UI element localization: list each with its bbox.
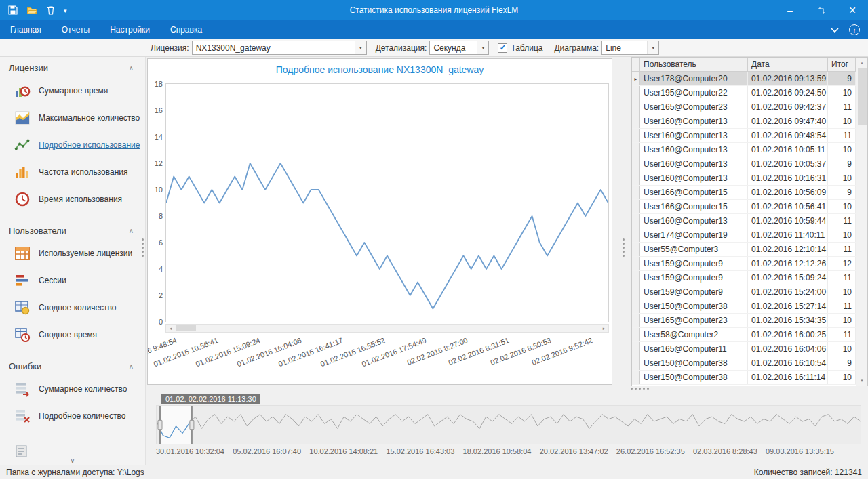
table-row[interactable]: User160@Computer1301.02.2016 10:05:1110: [632, 143, 856, 157]
help-icon[interactable]: i: [849, 24, 860, 35]
table-row[interactable]: User159@Computer901.02.2016 15:09:2411: [632, 271, 856, 285]
cell-date: 01.02.2016 12:10:14: [748, 243, 828, 256]
vertical-splitter[interactable]: [620, 238, 626, 257]
menu-item-4[interactable]: Справка: [160, 20, 212, 39]
table-row[interactable]: User160@Computer1301.02.2016 10:59:4411: [632, 214, 856, 228]
close-button[interactable]: ✕: [837, 0, 868, 20]
cell-total: 10: [828, 171, 856, 185]
table-row[interactable]: User58@Computer201.02.2016 16:00:2511: [632, 328, 856, 342]
scrollbar-thumb[interactable]: [858, 68, 867, 125]
grid-vertical-scrollbar[interactable]: ▴ ▾: [856, 58, 867, 386]
column-header-val[interactable]: Итог: [828, 58, 856, 71]
table-row[interactable]: User165@Computer2301.02.2016 15:34:3510: [632, 314, 856, 328]
menu-item-1[interactable]: Главная: [0, 20, 52, 39]
table-row[interactable]: User160@Computer1301.02.2016 09:48:5411: [632, 129, 856, 143]
row-indicator: [632, 186, 640, 199]
column-header-user[interactable]: Пользователь: [640, 58, 748, 71]
table-row[interactable]: User160@Computer1301.02.2016 10:16:3110: [632, 171, 856, 186]
chevron-down-icon[interactable]: ▾: [477, 41, 488, 54]
summary-time-icon: [14, 327, 31, 343]
save-icon[interactable]: [7, 4, 19, 16]
scroll-left-icon[interactable]: ◂: [166, 326, 175, 331]
collapse-section-icon[interactable]: ∧: [129, 227, 134, 234]
table-row[interactable]: User159@Computer901.02.2016 15:24:0010: [632, 285, 856, 299]
sidebar-item[interactable]: Максимальное количество: [0, 104, 145, 131]
table-row[interactable]: User159@Computer901.02.2016 12:12:2612: [632, 257, 856, 271]
line-chart-plot[interactable]: [165, 83, 609, 322]
usage-time-icon: [14, 191, 31, 207]
table-row[interactable]: User150@Computer3801.02.2016 15:27:1411: [632, 299, 856, 314]
cell-total: 10: [828, 86, 856, 100]
sidebar-item[interactable]: Сводное количество: [0, 294, 145, 321]
diagram-combobox[interactable]: Line ▾: [601, 41, 659, 55]
scroll-down-icon[interactable]: ▾: [861, 375, 863, 386]
scrollbar-thumb[interactable]: [176, 325, 196, 331]
maximize-button[interactable]: [806, 0, 837, 20]
sidebar-item[interactable]: Используемые лицензии: [0, 240, 145, 267]
y-axis-label: 18: [149, 80, 163, 88]
table-row[interactable]: User195@Computer2201.02.2016 09:24:5010: [632, 86, 856, 100]
horizontal-splitter[interactable]: [631, 388, 649, 390]
y-axis-label: 0: [149, 318, 163, 326]
scroll-up-icon[interactable]: ▴: [861, 58, 863, 68]
table-row[interactable]: ▸User178@Computer2001.02.2016 09:13:599: [632, 72, 856, 86]
row-indicator: [632, 271, 640, 285]
errors-sum-icon: [14, 381, 31, 397]
quick-access-toolbar: ▾: [0, 4, 67, 16]
table-row[interactable]: User160@Computer1301.02.2016 09:47:4010: [632, 114, 856, 129]
usage-freq-icon: [14, 164, 31, 180]
column-header-date[interactable]: Дата: [748, 58, 828, 71]
table-row[interactable]: User166@Computer1501.02.2016 10:56:099: [632, 186, 856, 200]
cell-total: 12: [828, 257, 856, 270]
table-checkbox[interactable]: ✓: [498, 43, 507, 53]
scroll-right-icon[interactable]: ▸: [599, 326, 608, 331]
sidebar-item[interactable]: Подробное количество: [0, 402, 145, 430]
row-indicator: [632, 143, 640, 157]
row-indicator: [632, 228, 640, 242]
sidebar-section-header[interactable]: Пользователи∧: [0, 220, 145, 240]
table-row[interactable]: User166@Computer1501.02.2016 10:56:4110: [632, 200, 856, 214]
sidebar-splitter[interactable]: [140, 238, 145, 257]
cell-total: 10: [828, 114, 856, 128]
overview-chart[interactable]: [156, 405, 861, 444]
sidebar-item[interactable]: Время использования: [0, 186, 145, 213]
sidebar-item[interactable]: Сводное время: [0, 321, 145, 348]
license-label: Лицензия:: [151, 43, 189, 53]
menu-item-2[interactable]: Отчеты: [52, 20, 100, 39]
cell-user: User150@Computer38: [640, 299, 748, 313]
sidebar-item[interactable]: Частота использования: [0, 159, 145, 186]
cell-total: 10: [828, 314, 856, 327]
collapse-section-icon[interactable]: ∧: [129, 64, 134, 72]
sidebar-section-header[interactable]: Лицензии∧: [0, 57, 145, 77]
sidebar-item[interactable]: Суммарное количество: [0, 375, 145, 402]
chart-horizontal-scrollbar[interactable]: ◂ ▸: [165, 324, 609, 333]
table-row[interactable]: User165@Computer2301.02.2016 09:42:3711: [632, 100, 856, 114]
table-row[interactable]: User160@Computer1301.02.2016 10:05:379: [632, 157, 856, 171]
collapse-ribbon-icon[interactable]: [830, 27, 840, 33]
collapse-section-icon[interactable]: ∧: [129, 362, 134, 370]
license-combobox[interactable]: NX13300N_gateway ▾: [192, 41, 367, 55]
minimize-button[interactable]: –: [774, 0, 806, 20]
quick-access-dropdown-icon[interactable]: ▾: [64, 6, 67, 14]
table-row[interactable]: User150@Computer3801.02.2016 16:11:1410: [632, 371, 856, 385]
chevron-down-icon[interactable]: ▾: [647, 41, 658, 54]
sidebar-item[interactable]: Подробное использование: [0, 131, 145, 159]
cell-total: 11: [828, 299, 856, 313]
y-axis-label: 14: [149, 133, 163, 141]
delete-icon[interactable]: [45, 4, 57, 16]
menu-item-3[interactable]: Настройки: [100, 20, 160, 39]
table-row[interactable]: User174@Computer1901.02.2016 11:40:1110: [632, 228, 856, 243]
table-row[interactable]: User165@Computer1101.02.2016 16:04:0610: [632, 342, 856, 356]
chevron-down-icon[interactable]: ▾: [355, 41, 366, 54]
sidebar-section-header[interactable]: Ошибки∧: [0, 355, 145, 375]
detail-combobox[interactable]: Секунда ▾: [429, 41, 489, 55]
max-count-icon: [14, 110, 31, 126]
sidebar-scroll-down-icon[interactable]: ∨: [0, 457, 145, 465]
open-folder-icon[interactable]: [26, 4, 38, 16]
sidebar-item[interactable]: Сессии: [0, 267, 145, 294]
sidebar-item-label: Сводное время: [39, 330, 97, 339]
table-row[interactable]: User55@Computer301.02.2016 12:10:1411: [632, 243, 856, 257]
cell-user: User159@Computer9: [640, 257, 748, 270]
sidebar-item[interactable]: Суммарное время: [0, 77, 145, 104]
table-row[interactable]: User150@Computer3801.02.2016 16:10:549: [632, 356, 856, 371]
